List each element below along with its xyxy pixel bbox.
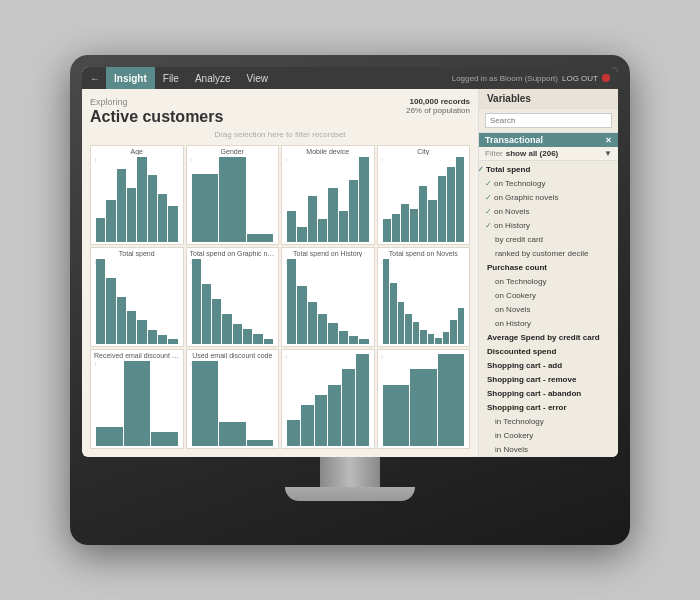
chart-cell[interactable]: Mobile device↕ xyxy=(281,145,375,245)
menu-file[interactable]: File xyxy=(155,67,187,89)
status-indicator xyxy=(602,74,610,82)
chart-cell[interactable]: Total spend on History↕ xyxy=(281,247,375,347)
bar xyxy=(401,204,409,242)
bar xyxy=(287,259,296,344)
axis-icon: ↕ xyxy=(381,259,384,265)
chart-cell[interactable]: ↕ xyxy=(281,349,375,449)
bar xyxy=(428,334,435,344)
axis-icon: ↕ xyxy=(190,361,193,367)
bar xyxy=(158,335,167,344)
bar xyxy=(287,211,296,242)
chart-cell[interactable]: Gender↕ xyxy=(186,145,280,245)
bar xyxy=(339,331,348,344)
sidebar-list: Total spendon Technologyon Graphic novel… xyxy=(479,161,618,457)
bar xyxy=(106,278,115,344)
sidebar-filter: Filter show all (206) ▼ xyxy=(479,147,618,161)
chart-bars-area: ↕ xyxy=(190,157,276,242)
list-item[interactable]: Average Spend by credit card xyxy=(479,331,618,345)
chart-cell[interactable]: Received email discount code↕ xyxy=(90,349,184,449)
bar xyxy=(297,227,306,242)
list-item[interactable]: Shopping cart - error xyxy=(479,401,618,415)
list-item[interactable]: on Cookery xyxy=(479,289,618,303)
bar xyxy=(297,286,306,344)
bar xyxy=(301,405,314,446)
list-item[interactable]: ranked by customer decile xyxy=(479,247,618,261)
bar xyxy=(243,329,252,344)
chart-title: Mobile device xyxy=(285,148,371,155)
chart-title: Received email discount code xyxy=(94,352,180,359)
list-item[interactable]: in Technology xyxy=(479,415,618,429)
bar xyxy=(438,176,446,242)
list-item[interactable]: Shopping cart - abandon xyxy=(479,387,618,401)
chart-cell[interactable]: Age↕ xyxy=(90,145,184,245)
bar xyxy=(96,427,123,446)
chart-bars-area: ↕ xyxy=(190,361,276,446)
chart-title: Used email discount code xyxy=(190,352,276,359)
section-close-icon[interactable]: ✕ xyxy=(605,136,612,145)
bar xyxy=(456,157,464,242)
back-button[interactable]: ← xyxy=(90,73,100,84)
chart-bars-area: ↕ xyxy=(285,259,371,344)
chart-cell[interactable]: Total spend on Novels↕ xyxy=(377,247,471,347)
filter-dropdown-icon[interactable]: ▼ xyxy=(604,149,612,158)
exploring-label: Exploring xyxy=(90,97,223,107)
list-item[interactable]: in Cookery xyxy=(479,429,618,443)
chart-title: City xyxy=(381,148,467,155)
menu-analyze[interactable]: Analyze xyxy=(187,67,239,89)
bar xyxy=(96,218,105,242)
bar xyxy=(359,339,368,344)
filter-value[interactable]: show all (206) xyxy=(506,149,558,158)
app-logo: Insight xyxy=(106,67,155,89)
records-count: 100,000 records xyxy=(410,97,471,106)
bar xyxy=(420,330,427,345)
bar xyxy=(428,200,436,242)
bar xyxy=(458,308,465,344)
bar xyxy=(349,336,358,344)
chart-cell[interactable]: Total spend↕ xyxy=(90,247,184,347)
list-item[interactable]: on Graphic novels xyxy=(479,191,618,205)
chart-cell[interactable]: Used email discount code↕ xyxy=(186,349,280,449)
bar xyxy=(137,157,146,242)
list-item[interactable]: by credit card xyxy=(479,233,618,247)
list-item[interactable]: on Technology xyxy=(479,275,618,289)
bar xyxy=(96,259,105,344)
bar xyxy=(253,334,262,344)
list-item[interactable]: on Novels xyxy=(479,303,618,317)
bar xyxy=(148,330,157,344)
bar xyxy=(339,211,348,242)
bar xyxy=(264,339,273,344)
bar xyxy=(106,200,115,242)
list-item[interactable]: Shopping cart - remove xyxy=(479,373,618,387)
menu-view[interactable]: View xyxy=(238,67,276,89)
list-item[interactable]: on Novels xyxy=(479,205,618,219)
bar xyxy=(398,302,405,344)
bar xyxy=(356,354,369,446)
bar xyxy=(192,174,219,242)
drag-hint: Drag selection here to filter recordset xyxy=(90,130,470,139)
axis-icon: ↕ xyxy=(190,259,193,265)
chart-cell[interactable]: ↕ xyxy=(377,349,471,449)
bar xyxy=(202,284,211,344)
content-area: Exploring Active customers 100,000 recor… xyxy=(82,89,478,457)
bar xyxy=(318,314,327,344)
list-item[interactable]: Shopping cart - add xyxy=(479,359,618,373)
filter-label: Filter xyxy=(485,149,503,158)
list-item[interactable]: in Novels xyxy=(479,443,618,457)
list-item[interactable]: Total spend xyxy=(479,163,618,177)
monitor-stand-neck xyxy=(320,457,380,487)
chart-cell[interactable]: Total spend on Graphic novels↕ xyxy=(186,247,280,347)
list-item[interactable]: on History xyxy=(479,219,618,233)
bar xyxy=(383,259,390,344)
chart-cell[interactable]: City↕ xyxy=(377,145,471,245)
sidebar-search-input[interactable] xyxy=(485,113,612,128)
list-item[interactable]: Discounted spend xyxy=(479,345,618,359)
list-item[interactable]: on Technology xyxy=(479,177,618,191)
chart-title: Age xyxy=(94,148,180,155)
list-item[interactable]: on History xyxy=(479,317,618,331)
bar xyxy=(443,332,450,344)
monitor-screen: ← Insight File Analyze View Logged in as… xyxy=(82,67,618,457)
bar xyxy=(247,440,274,446)
logout-button[interactable]: LOG OUT xyxy=(562,74,598,83)
bar xyxy=(318,219,327,242)
list-item[interactable]: Purchase count xyxy=(479,261,618,275)
